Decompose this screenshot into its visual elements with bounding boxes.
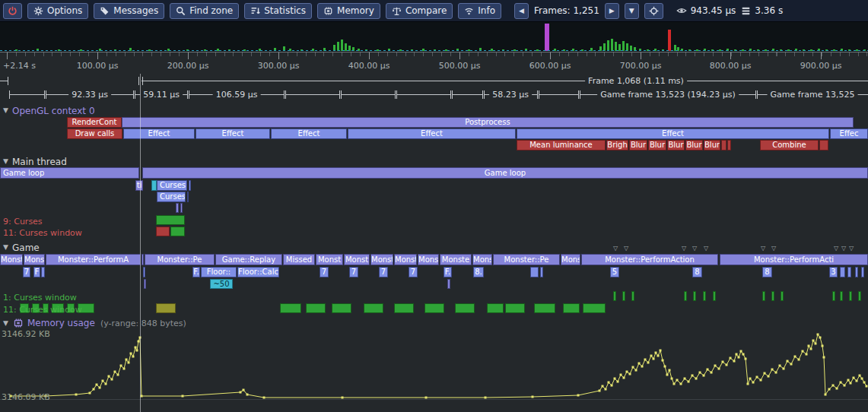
zone[interactable]: Monster::Pe	[145, 254, 215, 265]
frame-bar[interactable]	[502, 49, 504, 51]
collapsed-zone-marker[interactable]: ▽	[771, 245, 776, 252]
frame-bar[interactable]	[856, 49, 858, 51]
frame-bar[interactable]	[204, 49, 206, 51]
zone[interactable]: Monst	[418, 254, 439, 265]
frame-bar[interactable]	[863, 49, 866, 51]
zone[interactable]: Effect	[517, 128, 829, 139]
zone[interactable]: ~50	[210, 279, 233, 289]
zone[interactable]: Curses	[157, 180, 187, 191]
frame-bar[interactable]	[352, 47, 355, 51]
frame-span-label[interactable]: Game frame 13,523 (194.23 µs)	[597, 90, 739, 100]
options-button[interactable]: Options	[27, 3, 88, 19]
frame-bar[interactable]	[15, 49, 17, 51]
frame-bar[interactable]	[599, 46, 602, 51]
frame-bar[interactable]	[618, 44, 621, 51]
zone[interactable]	[505, 303, 525, 313]
frame-bar[interactable]	[259, 49, 261, 51]
zone[interactable]: Effect	[123, 128, 195, 139]
zone[interactable]: Monst	[370, 254, 393, 265]
frame-span-label[interactable]: 58.23 µs	[489, 90, 532, 100]
zone[interactable]	[847, 267, 851, 277]
frame-bar[interactable]	[757, 49, 759, 51]
zone[interactable]	[189, 180, 191, 191]
frame-span-label[interactable]: 92.33 µs	[68, 90, 111, 100]
zone[interactable]	[540, 267, 543, 277]
frame-bar[interactable]	[572, 49, 574, 51]
zone[interactable]	[180, 203, 183, 213]
prev-frame-button[interactable]: ◀	[514, 3, 529, 19]
frame-bar[interactable]	[654, 49, 657, 51]
frame-bar[interactable]	[243, 49, 246, 51]
zone[interactable]	[819, 140, 828, 151]
zone[interactable]: Floor::	[201, 267, 237, 277]
zone[interactable]	[144, 279, 146, 289]
frame-bar[interactable]	[818, 49, 820, 51]
zone[interactable]: Brigh	[606, 140, 628, 151]
frame-bar[interactable]	[803, 49, 805, 51]
zone[interactable]: Mean luminance	[517, 140, 606, 151]
frame-bar[interactable]	[274, 48, 276, 51]
frame-bar[interactable]	[388, 49, 390, 51]
frame-bar[interactable]	[765, 49, 767, 51]
frame-bar[interactable]	[289, 49, 291, 51]
frame-bar[interactable]	[377, 49, 379, 51]
section-header[interactable]: Main thread	[12, 157, 67, 167]
frame-bar[interactable]	[611, 39, 613, 51]
frame-bar[interactable]	[696, 49, 698, 51]
frame-bar[interactable]	[323, 48, 326, 51]
frame-bar[interactable]	[217, 49, 219, 51]
frame-bar[interactable]	[399, 49, 402, 51]
zone[interactable]: Blur	[648, 140, 666, 151]
zone[interactable]	[684, 291, 687, 301]
zone[interactable]: Effect	[196, 128, 270, 139]
frame-bar[interactable]	[780, 49, 782, 51]
zone[interactable]: Monster::PerformAction	[581, 254, 718, 265]
zone[interactable]: 8.	[473, 267, 484, 277]
frame-bar[interactable]	[719, 49, 721, 51]
zone[interactable]: 8	[762, 267, 772, 277]
frame-bar[interactable]	[491, 49, 493, 51]
zone[interactable]	[855, 267, 858, 277]
zone[interactable]	[781, 291, 784, 301]
frame-span-label[interactable]: 106.59 µs	[213, 90, 261, 100]
zone[interactable]: 5	[610, 267, 619, 277]
frame-span-label[interactable]: 59.11 µs	[140, 90, 183, 100]
frame-bar[interactable]	[825, 49, 828, 51]
frame-bar[interactable]	[80, 49, 82, 51]
zone[interactable]: 8	[692, 267, 702, 277]
frame-bar[interactable]	[358, 49, 360, 51]
frame-bar[interactable]	[677, 47, 679, 51]
zone[interactable]: Blur	[685, 140, 703, 151]
statistics-button[interactable]: Statistics	[244, 3, 312, 19]
zone[interactable]: Game loop	[0, 167, 139, 179]
zone[interactable]: Monst	[394, 254, 417, 265]
frame-bar[interactable]	[787, 49, 790, 51]
find-zone-button[interactable]: Find zone	[170, 3, 239, 19]
zone[interactable]: F.	[192, 267, 200, 277]
frame-bar[interactable]	[345, 43, 347, 51]
memory-button[interactable]: Memory	[317, 3, 380, 19]
zone[interactable]	[583, 303, 606, 313]
frame-bar[interactable]	[445, 49, 447, 51]
zone[interactable]	[613, 291, 616, 301]
compare-button[interactable]: Compare	[386, 3, 453, 19]
zone[interactable]: Monster::PerformActi	[720, 254, 868, 265]
zone[interactable]	[455, 303, 475, 313]
frame-bar[interactable]	[734, 49, 736, 51]
zone[interactable]: Game loop	[142, 167, 868, 179]
collapsed-zone-marker[interactable]: ▽	[704, 245, 708, 252]
memory-collapse-triangle[interactable]: ▼	[3, 319, 8, 327]
frame-bar[interactable]	[603, 43, 606, 51]
zone[interactable]	[447, 279, 450, 289]
frame-bar[interactable]	[681, 49, 683, 51]
zone[interactable]: Floor::Calc	[237, 267, 279, 277]
frame-bar[interactable]	[129, 48, 132, 51]
zone[interactable]	[170, 227, 185, 236]
frame-bar[interactable]	[365, 49, 367, 51]
zone[interactable]	[861, 267, 864, 277]
frame-bar[interactable]	[513, 49, 516, 51]
frame-bar[interactable]	[647, 49, 649, 51]
collapse-triangle[interactable]: ▼	[3, 106, 8, 114]
next-frame-button[interactable]: ▶	[605, 3, 619, 19]
frame-bar[interactable]	[456, 49, 459, 51]
